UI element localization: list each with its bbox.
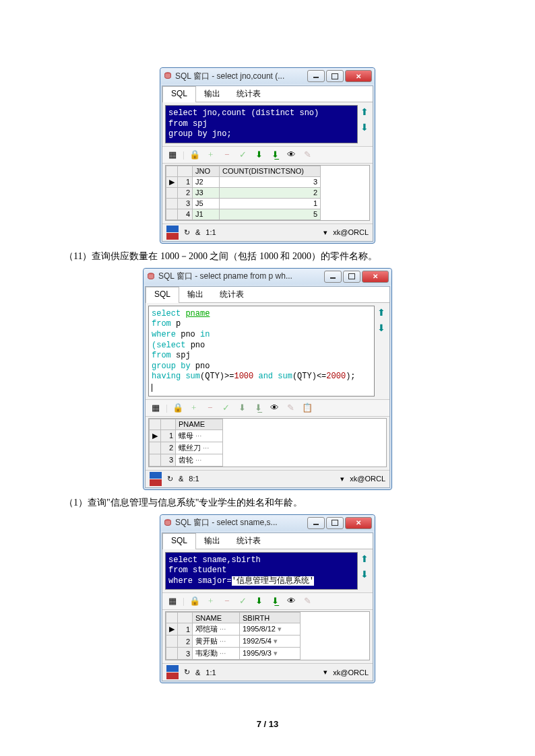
tab-output[interactable]: 输出 [196, 533, 228, 549]
binoculars-icon[interactable]: 👁 [286, 595, 298, 607]
lock-icon[interactable]: 🔒 [189, 595, 201, 607]
db-icon [163, 71, 172, 81]
tab-sql[interactable]: SQL [162, 533, 196, 549]
db-icon [163, 518, 172, 528]
result-grid[interactable]: JNOCOUNT(DISTINCTSNO) ▶1J23 2J32 3J51 4J… [166, 166, 321, 220]
result-toolbar: ▦ | 🔒 + − ✓ ⬇ ⬇̲ 👁 ✎ [162, 146, 373, 164]
titlebar[interactable]: SQL 窗口 - select pname from p wh... ✕ [144, 269, 391, 285]
table-row: ▶1邓恺瑞 ···1995/8/12 ▾ [166, 623, 301, 635]
tab-stats[interactable]: 统计表 [212, 287, 252, 302]
table-row: ▶1螺母 ··· [150, 429, 223, 442]
table-row: 2螺丝刀 ··· [150, 442, 223, 454]
exec-all-icon[interactable]: ⬇̲ [253, 402, 265, 414]
minus-icon[interactable]: − [204, 402, 216, 414]
sql-window-1: SQL 窗口 - select jno,count (... ✕ SQL 输出 … [160, 67, 375, 244]
close-button[interactable]: ✕ [362, 271, 389, 283]
table-row: 4J15 [166, 209, 321, 219]
export-icon[interactable]: 📋 [301, 402, 313, 414]
minus-icon[interactable]: − [221, 595, 233, 607]
exec-icon[interactable]: ⬇ [253, 595, 265, 607]
statusbar: ↻ & 8:1 ▾ xk@ORCL [146, 470, 389, 487]
tab-output[interactable]: 输出 [196, 86, 228, 102]
table-row: ▶1J23 [166, 176, 321, 187]
exec-all-icon[interactable]: ⬇̲ [270, 595, 282, 607]
maximize-button[interactable] [343, 271, 360, 283]
check-icon[interactable]: ✓ [220, 402, 232, 414]
table-row: 3韦彩勤 ···1995/9/3 ▾ [166, 648, 301, 660]
page-number: 7 / 13 [0, 719, 535, 729]
close-button[interactable]: ✕ [345, 70, 372, 82]
minimize-button[interactable] [307, 70, 325, 82]
eraser-icon[interactable]: ✎ [302, 595, 314, 607]
result-toolbar: ▦ | 🔒 + − ✓ ⬇ ⬇̲ 👁 ✎ 📋 [146, 399, 389, 417]
sql-editor[interactable]: select jno,count (distinct sno) from spj… [165, 105, 358, 143]
close-button[interactable]: ✕ [345, 517, 372, 529]
plus-icon[interactable]: + [188, 402, 200, 414]
sql-editor[interactable]: select pname from p where pno in (select… [148, 306, 375, 397]
table-row: 2J32 [166, 187, 321, 198]
question-1: （1）查询"信息管理与信息系统"专业学生的姓名和年龄。 [64, 497, 535, 509]
result-grid[interactable]: SNAMESBIRTH ▶1邓恺瑞 ···1995/8/12 ▾ 2黄开贴 ··… [166, 612, 301, 660]
nav-down-icon[interactable]: ⬇ [360, 569, 369, 580]
titlebar[interactable]: SQL 窗口 - select sname,s... ✕ [160, 515, 375, 531]
window-title: SQL 窗口 - select sname,s... [175, 517, 307, 528]
sql-window-2: SQL 窗口 - select pname from p wh... ✕ SQL… [143, 268, 392, 490]
tab-stats[interactable]: 统计表 [228, 533, 269, 549]
titlebar[interactable]: SQL 窗口 - select jno,count (... ✕ [160, 68, 375, 84]
lock-icon[interactable]: 🔒 [189, 149, 201, 161]
refresh-icon[interactable]: ↻ [184, 668, 190, 677]
maximize-button[interactable] [326, 70, 344, 82]
eraser-icon[interactable]: ✎ [302, 149, 314, 161]
statusbar: ↻ & 1:1 ▾ xk@ORCL [162, 663, 373, 681]
result-grid[interactable]: PNAME ▶1螺母 ··· 2螺丝刀 ··· 3齿轮 ··· [149, 419, 223, 467]
minimize-button[interactable] [307, 517, 325, 529]
binoculars-icon[interactable]: 👁 [269, 402, 281, 414]
lock-icon[interactable]: 🔒 [172, 402, 184, 414]
exec-all-icon[interactable]: ⬇̲ [270, 149, 282, 161]
plus-icon[interactable]: + [205, 595, 217, 607]
grid-icon[interactable]: ▦ [166, 595, 179, 607]
nav-up-icon[interactable]: ⬆ [377, 307, 385, 318]
eraser-icon[interactable]: ✎ [285, 402, 297, 414]
exec-icon[interactable]: ⬇ [253, 149, 265, 161]
tab-sql[interactable]: SQL [146, 287, 179, 303]
tab-sql[interactable]: SQL [162, 86, 196, 102]
table-row: 3齿轮 ··· [150, 454, 223, 466]
question-11: （11）查询供应数量在 1000－2000 之间（包括 1000 和 2000）… [64, 250, 535, 263]
window-title: SQL 窗口 - select jno,count (... [175, 71, 307, 82]
refresh-icon[interactable]: ↻ [184, 228, 190, 237]
check-icon[interactable]: ✓ [237, 595, 249, 607]
binoculars-icon[interactable]: 👁 [286, 149, 298, 161]
sql-window-3: SQL 窗口 - select sname,s... ✕ SQL 输出 统计表 … [160, 514, 375, 684]
exec-icon[interactable]: ⬇ [237, 402, 249, 414]
nav-down-icon[interactable]: ⬇ [360, 122, 369, 133]
maximize-button[interactable] [326, 517, 344, 529]
plus-icon[interactable]: + [205, 149, 217, 161]
nav-up-icon[interactable]: ⬆ [360, 553, 369, 565]
db-icon [146, 272, 156, 281]
refresh-icon[interactable]: ↻ [167, 475, 173, 483]
grid-icon[interactable]: ▦ [166, 149, 179, 161]
check-icon[interactable]: ✓ [237, 149, 249, 161]
table-row: 3J51 [166, 198, 321, 209]
nav-up-icon[interactable]: ⬆ [360, 106, 369, 118]
tab-output[interactable]: 输出 [179, 287, 212, 302]
table-row: 2黄开贴 ···1992/5/4 ▾ [166, 635, 301, 648]
grid-icon[interactable]: ▦ [150, 402, 162, 414]
nav-down-icon[interactable]: ⬇ [377, 322, 385, 334]
minimize-button[interactable] [324, 271, 342, 283]
tab-stats[interactable]: 统计表 [228, 86, 269, 102]
statusbar: ↻ & 1:1 ▾ xk@ORCL [162, 224, 373, 241]
result-toolbar: ▦ | 🔒 + − ✓ ⬇ ⬇̲ 👁 ✎ [162, 592, 373, 610]
minus-icon[interactable]: − [221, 149, 233, 161]
window-title: SQL 窗口 - select pname from p wh... [158, 271, 324, 282]
sql-editor[interactable]: select sname,sbirth from student where s… [165, 552, 358, 590]
